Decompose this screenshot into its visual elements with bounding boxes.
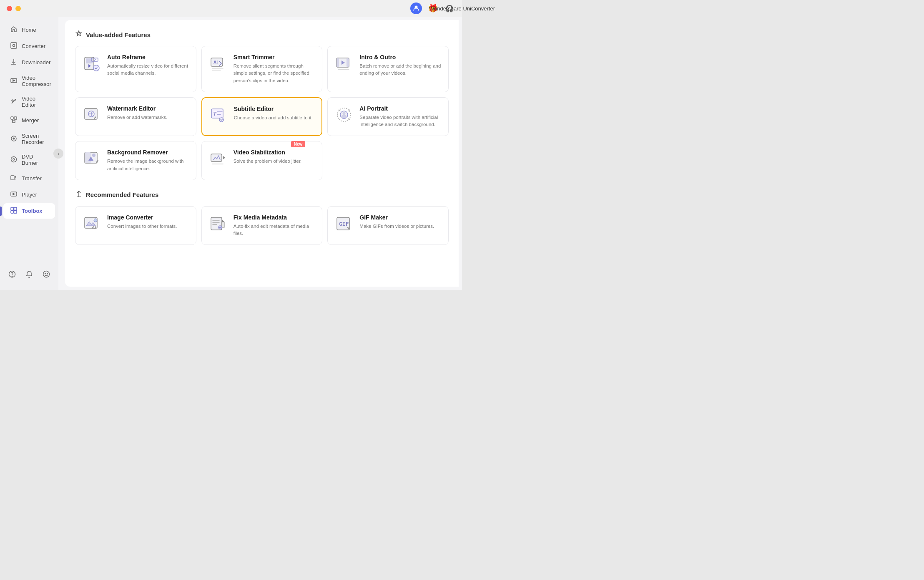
svg-rect-5: [14, 117, 17, 119]
svg-rect-1: [11, 43, 17, 48]
sidebar-item-home[interactable]: Home: [3, 22, 55, 38]
sidebar-item-toolbox[interactable]: Toolbox: [3, 203, 55, 219]
user-icon[interactable]: [410, 3, 422, 14]
sidebar-item-transfer[interactable]: Transfer: [3, 171, 55, 186]
watermark-editor-icon: [82, 105, 101, 124]
ai-portrait-desc: Separate video portraits with artificial…: [359, 114, 442, 129]
svg-point-51: [218, 226, 222, 229]
video-editor-icon: [10, 98, 18, 106]
toolbox-label: Toolbox: [22, 208, 43, 214]
app-container: Home Converter Downloader Video Compress…: [0, 17, 462, 290]
svg-rect-11: [11, 176, 14, 180]
watermark-editor-desc: Remove or add watermarks.: [107, 114, 189, 121]
intro-outro-title: Intro & Outro: [359, 54, 442, 61]
sidebar-bottom: [0, 263, 58, 285]
recommended-icon: [75, 190, 83, 199]
recommended-title: Recommended Features: [86, 191, 158, 198]
feature-card-watermark-editor[interactable]: Watermark Editor Remove or add watermark…: [75, 97, 196, 136]
downloader-label: Downloader: [22, 59, 50, 66]
svg-rect-16: [14, 211, 17, 214]
close-button[interactable]: [7, 6, 12, 11]
video-editor-label: Video Editor: [22, 96, 48, 108]
svg-point-47: [94, 219, 97, 222]
minimize-button[interactable]: [15, 6, 21, 11]
svg-rect-4: [11, 117, 13, 119]
transfer-icon: [10, 174, 18, 182]
svg-marker-45: [223, 156, 225, 160]
sidebar-item-converter[interactable]: Converter: [3, 38, 55, 54]
screen-recorder-label: Screen Recorder: [22, 133, 48, 145]
converter-icon: [10, 42, 18, 50]
svg-point-43: [92, 154, 95, 157]
smart-trimmer-desc: Remove silent segments through simple se…: [234, 63, 316, 84]
sidebar-item-player[interactable]: Player: [3, 187, 55, 202]
svg-rect-13: [11, 207, 14, 210]
feature-card-ai-portrait[interactable]: AI Portrait Separate video portraits wit…: [327, 97, 449, 136]
value-added-header: Value-added Features: [75, 30, 449, 39]
video-stabilization-title: Video Stabilization: [234, 149, 316, 156]
video-stabilization-desc: Solve the problem of video jitter.: [234, 158, 316, 165]
auto-reframe-title: Auto Reframe: [107, 54, 189, 61]
sidebar-collapse-button[interactable]: ‹: [53, 149, 63, 159]
notification-button[interactable]: [23, 268, 35, 280]
intro-outro-desc: Batch remove or add the begining and end…: [359, 63, 442, 77]
svg-point-8: [13, 137, 15, 139]
transfer-label: Transfer: [22, 175, 42, 182]
svg-point-2: [13, 45, 15, 47]
new-badge: New: [291, 141, 306, 147]
sidebar-item-video-compressor[interactable]: Video Compressor: [3, 71, 55, 91]
ai-portrait-icon: [334, 105, 354, 124]
dvd-burner-label: DVD Burner: [22, 154, 48, 166]
feature-card-intro-outro[interactable]: Intro & Outro Batch remove or add the be…: [327, 46, 449, 92]
feature-card-video-stabilization[interactable]: New Video Stabilization Solve the proble…: [201, 141, 323, 180]
feature-card-fix-media-metadata[interactable]: Fix Media Metadata Auto-fix and edit met…: [201, 206, 323, 245]
sidebar-item-dvd-burner[interactable]: DVD Burner: [3, 150, 55, 170]
svg-rect-42: [85, 152, 91, 163]
emoji-button[interactable]: [40, 268, 52, 280]
feature-card-smart-trimmer[interactable]: AI Smart Trimmer Remove silent segments …: [201, 46, 323, 92]
help-button[interactable]: [6, 268, 18, 280]
background-remover-desc: Remove the image background with artific…: [107, 158, 189, 172]
screen-recorder-icon: [10, 135, 18, 143]
ai-portrait-title: AI Portrait: [359, 105, 442, 112]
feature-card-gif-maker[interactable]: GIF GIF Maker Make GIFs from videos or p…: [327, 206, 449, 245]
feature-card-auto-reframe[interactable]: Auto Reframe Automatically resize video …: [75, 46, 196, 92]
image-converter-desc: Convert images to other formats.: [107, 223, 189, 230]
gif-maker-icon: GIF: [334, 214, 354, 233]
svg-point-19: [43, 271, 50, 277]
svg-point-18: [12, 276, 13, 277]
video-compressor-label: Video Compressor: [22, 75, 51, 87]
sidebar-item-downloader[interactable]: Downloader: [3, 55, 55, 70]
fix-media-metadata-icon: [208, 214, 228, 233]
background-remover-icon: [82, 149, 101, 168]
sidebar-item-merger[interactable]: Merger: [3, 113, 55, 128]
svg-point-20: [45, 273, 46, 274]
auto-reframe-desc: Automatically resize video for different…: [107, 63, 189, 77]
gif-maker-desc: Make GIFs from videos or pictures.: [359, 223, 442, 230]
svg-point-40: [343, 112, 346, 115]
dvd-burner-icon: [10, 156, 18, 164]
fix-media-metadata-desc: Auto-fix and edit metadata of media file…: [234, 223, 316, 237]
svg-marker-49: [222, 219, 224, 222]
player-icon: [10, 191, 18, 199]
home-icon: [10, 26, 18, 34]
feature-card-background-remover[interactable]: Background Remover Remove the image back…: [75, 141, 196, 180]
svg-rect-32: [346, 58, 349, 67]
sidebar-item-screen-recorder[interactable]: Screen Recorder: [3, 129, 55, 149]
feature-card-subtitle-editor[interactable]: T Subtitle Editor Choose a video and add…: [201, 97, 323, 136]
svg-rect-31: [336, 58, 339, 67]
feature-card-image-converter[interactable]: Image Converter Convert images to other …: [75, 206, 196, 245]
gif-maker-title: GIF Maker: [359, 214, 442, 221]
main-content: Value-added Features Aut: [65, 20, 459, 287]
sidebar: Home Converter Downloader Video Compress…: [0, 17, 58, 290]
window-controls: [7, 6, 21, 11]
toolbox-icon: [10, 207, 18, 215]
titlebar: Wondershare UniConverter 🎁 🎧: [0, 0, 462, 17]
value-added-grid: Auto Reframe Automatically resize video …: [75, 46, 449, 180]
subtitle-editor-desc: Choose a video and add subtitle to it.: [234, 114, 315, 121]
converter-label: Converter: [22, 43, 45, 49]
video-stabilization-icon: [208, 149, 228, 168]
value-added-title: Value-added Features: [86, 31, 151, 38]
sidebar-item-video-editor[interactable]: Video Editor: [3, 92, 55, 112]
svg-rect-44: [211, 154, 222, 161]
